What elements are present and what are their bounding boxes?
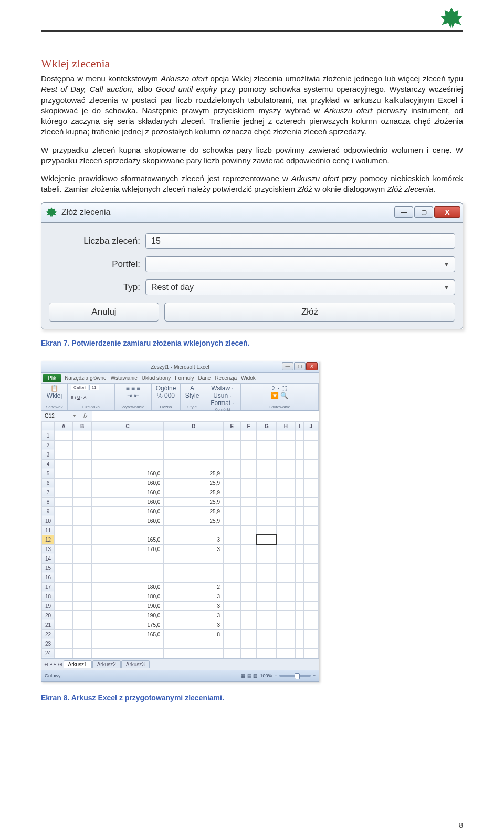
ribbon-tab[interactable]: Widok [241, 375, 256, 381]
ribbon-tabs: Plik Narzędzia główne Wstawianie Układ s… [41, 373, 319, 384]
portfel-select[interactable]: ▼ [145, 256, 455, 272]
ribbon-tab[interactable]: Formuły [175, 375, 194, 381]
sheet-tab[interactable]: Arkusz3 [121, 660, 150, 668]
name-box[interactable]: G12▼ [41, 413, 79, 419]
chevron-down-icon: ▼ [444, 284, 449, 291]
ribbon-tab[interactable]: Recenzja [215, 375, 237, 381]
styles-icon[interactable]: AStyle [184, 385, 201, 400]
dialog-titlebar[interactable]: Złóż zlecenia — ▢ X [41, 202, 463, 222]
leaf-logo-icon [440, 6, 463, 32]
maximize-button[interactable]: ▢ [414, 206, 433, 218]
header-rule [41, 30, 463, 32]
typ-label: Typ: [49, 282, 145, 293]
leaf-icon [46, 206, 57, 218]
page-number: 8 [459, 821, 463, 830]
excel-window: Zeszyt1 - Microsoft Excel — ▢ X Plik Nar… [41, 361, 319, 682]
submit-button[interactable]: Złóż [164, 303, 455, 322]
paragraph: Dostępna w menu kontekstowym Arkusza ofe… [41, 74, 463, 138]
zoom-level: 100% [260, 673, 272, 678]
dialog-title: Złóż zlecenia [61, 208, 393, 217]
count-input[interactable]: 15 [145, 233, 455, 249]
sheet-tab[interactable]: Arkusz1 [64, 660, 92, 668]
ribbon: 📋WklejSchowek Calibri 11 B I U · A Czcio… [41, 384, 319, 411]
close-button[interactable]: X [434, 206, 460, 218]
minimize-button[interactable]: — [282, 362, 293, 370]
formula-bar[interactable] [92, 411, 319, 421]
maximize-button[interactable]: ▢ [294, 362, 306, 370]
status-text: Gotowy [45, 673, 61, 678]
excel-titlebar[interactable]: Zeszyt1 - Microsoft Excel — ▢ X [41, 361, 319, 373]
ribbon-tab[interactable]: Układ strony [142, 375, 171, 381]
paragraph: W przypadku zleceń kupna skopiowane do s… [41, 145, 463, 167]
section-heading: Wklej zlecenia [41, 57, 463, 70]
zoom-slider[interactable] [279, 675, 311, 677]
sheet-tabs: ⏮ ◀ ▶ ⏭ Arkusz1 Arkusz2 Arkusz3 [41, 658, 319, 670]
count-label: Liczba zleceń: [49, 236, 145, 246]
fx-label: fx [79, 413, 92, 419]
cancel-button[interactable]: Anuluj [49, 303, 159, 322]
close-button[interactable]: X [306, 362, 318, 370]
view-icons[interactable]: ▦ ▤ ▥ [241, 673, 258, 678]
figure-caption: Ekran 8. Arkusz Excel z przygotowanymi z… [41, 693, 463, 702]
status-bar: Gotowy ▦ ▤ ▥ 100% − + [41, 670, 319, 681]
figure-caption: Ekran 7. Potwierdzenie zamiaru złożenia … [41, 339, 463, 347]
name-box-row: G12▼ fx [41, 411, 319, 421]
minimize-button[interactable]: — [394, 206, 413, 218]
ribbon-tab[interactable]: Narzędzia główne [65, 375, 107, 381]
sheet-nav-icon[interactable]: ⏮ ◀ ▶ ⏭ [44, 661, 62, 667]
paragraph: Wklejenie prawidłowo sformatowanych zlec… [41, 173, 463, 195]
spreadsheet-grid[interactable]: ABCDEFGHIJ12345160,025,96160,025,97160,0… [41, 421, 319, 658]
file-tab[interactable]: Plik [43, 374, 61, 382]
dialog-window: Złóż zlecenia — ▢ X Liczba zleceń: 15 Po… [41, 202, 463, 329]
sheet-tab[interactable]: Arkusz2 [92, 660, 121, 668]
portfel-label: Portfel: [49, 259, 145, 270]
dialog-body: Liczba zleceń: 15 Portfel: ▼ Typ: Rest o… [41, 222, 463, 329]
typ-select[interactable]: Rest of day ▼ [145, 279, 455, 295]
ribbon-tab[interactable]: Wstawianie [111, 375, 138, 381]
paste-icon[interactable]: 📋Wklej [45, 385, 64, 400]
chevron-down-icon: ▼ [444, 261, 449, 267]
ribbon-tab[interactable]: Dane [198, 375, 211, 381]
